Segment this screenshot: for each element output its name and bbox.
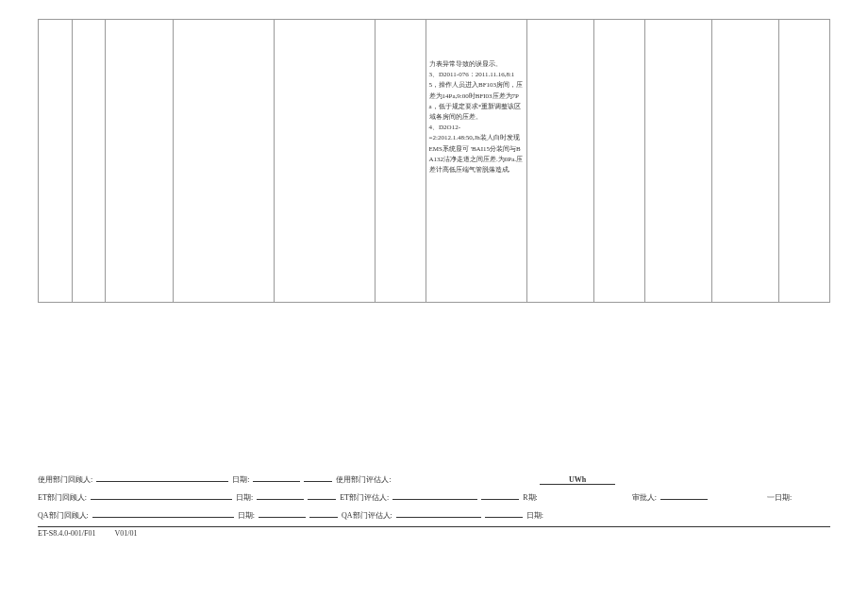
table-cell — [594, 20, 645, 303]
et-reviewer-line — [91, 490, 232, 500]
sig-row-et: ET部门回顾人: 日期: ET部门评估人: R期: 审批人: 一日期: — [38, 490, 830, 503]
signatures-block: 使用部门回顾人: 日期: 使用部门评估人: UWh ET部门回顾人: 日期: E… — [38, 473, 830, 538]
date-line-1b — [304, 473, 332, 482]
user-reviewer-label: 使用部门回顾人: — [38, 474, 92, 485]
table-cell — [526, 20, 593, 303]
qa-reviewer-label: QA部门回顾人: — [38, 510, 89, 521]
date-line-3b — [309, 508, 338, 518]
table-cell — [779, 20, 830, 303]
qa-reviewer-line — [92, 508, 234, 518]
uwh-line: UWh — [540, 475, 615, 485]
user-reviewer-line — [96, 473, 228, 482]
sig-row-user: 使用部门回顾人: 日期: 使用部门评估人: UWh — [38, 473, 830, 485]
table-cell — [173, 20, 274, 303]
uwh-text: UWh — [569, 475, 586, 484]
r-label: R期: — [523, 492, 538, 503]
date-label-3: 日期: — [238, 510, 255, 521]
doc-version: V01/01 — [115, 529, 138, 538]
et-assessor-line-2 — [481, 490, 519, 500]
footer-divider — [38, 526, 830, 527]
table-cell — [39, 20, 73, 303]
date-label-2: 日期: — [236, 492, 253, 503]
date-label-1: 日期: — [232, 474, 249, 485]
table-cell: 力表异常导致的误显示。3、D2011-076：2011.11.16,8:15，操… — [426, 20, 526, 303]
footer-block: ET-S8.4.0-001/F01 V01/01 — [38, 529, 830, 538]
qa-assessor-label: QA部门评估人: — [342, 510, 392, 521]
dash-date-label: 一日期: — [767, 492, 792, 503]
approver-label: 审批人: — [632, 492, 657, 503]
qa-assessor-line — [396, 508, 481, 518]
date-line-2 — [257, 490, 304, 500]
date-line-2b — [308, 490, 336, 500]
table-cell — [644, 20, 711, 303]
table-cell — [106, 20, 173, 303]
date-label-4: 日期: — [526, 510, 543, 521]
date-line-1 — [253, 473, 300, 482]
doc-code: ET-S8.4.0-001/F01 — [38, 529, 96, 538]
date-line-3 — [259, 508, 306, 518]
approver-line — [660, 490, 708, 500]
table-row: 力表异常导致的误显示。3、D2011-076：2011.11.16,8:15，操… — [39, 20, 830, 303]
table-cell — [375, 20, 426, 303]
et-assessor-label: ET部门评估人: — [340, 492, 389, 503]
et-assessor-line — [392, 490, 477, 500]
et-reviewer-label: ET部门回顾人: — [38, 492, 87, 503]
cell-text: 力表异常导致的误显示。3、D2011-076：2011.11.16,8:15，操… — [429, 59, 524, 175]
data-table: 力表异常导致的误显示。3、D2011-076：2011.11.16,8:15，操… — [38, 19, 830, 303]
user-assessor-label: 使用部门评估人: — [336, 474, 391, 485]
qa-assessor-line-2 — [485, 508, 523, 518]
table-cell — [72, 20, 106, 303]
sig-row-qa: QA部门回顾人: 日期: QA部门评估人: 日期: — [38, 508, 830, 521]
table-cell — [711, 20, 778, 303]
table-cell — [274, 20, 375, 303]
